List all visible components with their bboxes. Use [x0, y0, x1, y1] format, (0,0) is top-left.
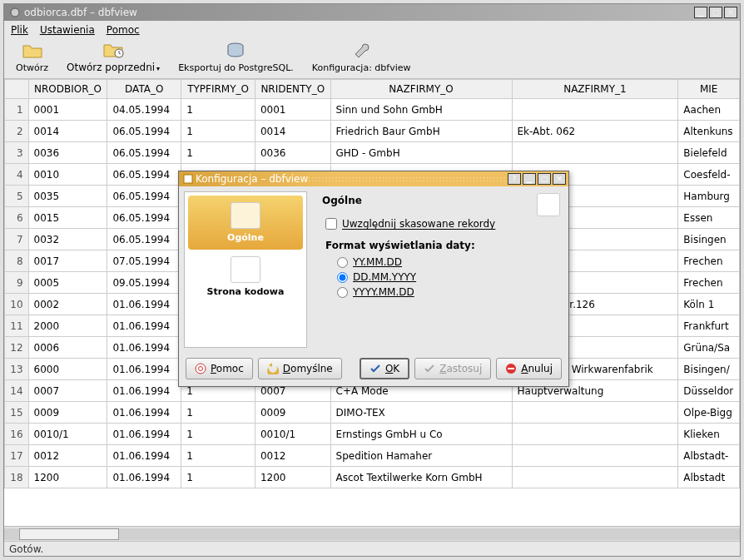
date-format-yyyymmdd-radio[interactable]: [337, 287, 348, 298]
minimize-button[interactable]: ▁: [694, 7, 707, 18]
date-format-ddmmyyyy-radio[interactable]: [337, 272, 348, 283]
cell[interactable]: 01.06.1994: [107, 294, 181, 315]
ok-button[interactable]: OK: [360, 358, 409, 379]
cell[interactable]: 06.05.1994: [107, 142, 181, 164]
cell[interactable]: Ernstings GmbH u Co: [330, 424, 512, 445]
cell[interactable]: [512, 142, 678, 164]
cell[interactable]: 06.05.1994: [107, 186, 181, 207]
cell[interactable]: 01.06.1994: [107, 467, 181, 488]
open-button[interactable]: Otwórz: [11, 37, 53, 75]
table-row[interactable]: 18120001.06.199411200Ascot Textilwerke K…: [5, 467, 740, 488]
cell[interactable]: Frankfurt: [678, 315, 740, 337]
cell[interactable]: Ek-Abt. 062: [512, 121, 678, 142]
column-header[interactable]: DATA_O: [107, 80, 181, 99]
sidebar-item-general[interactable]: Ogólne: [188, 196, 303, 250]
cell[interactable]: [512, 467, 678, 488]
table-row[interactable]: 3003606.05.199410036GHD - GmbHBielefeld: [5, 142, 740, 164]
cell[interactable]: DIMO-TEX: [330, 402, 512, 424]
cell[interactable]: 0006: [28, 337, 107, 359]
cell[interactable]: [512, 99, 678, 121]
cell[interactable]: Friedrich Baur GmbH: [330, 121, 512, 142]
column-header[interactable]: NRODBIOR_O: [28, 80, 107, 99]
cell[interactable]: [512, 402, 678, 424]
cell[interactable]: Frechen: [678, 250, 740, 272]
cell[interactable]: Coesfeld-: [678, 164, 740, 186]
cell[interactable]: Bisingen/: [678, 359, 740, 380]
cell[interactable]: 0001: [28, 99, 107, 121]
menu-help[interactable]: Pomoc: [107, 24, 140, 36]
cell[interactable]: Aachen: [678, 99, 740, 121]
cell[interactable]: 0036: [255, 142, 330, 164]
column-header[interactable]: NAZFIRMY_1: [512, 80, 678, 99]
table-row[interactable]: 2001406.05.199410014Friedrich Baur GmbHE…: [5, 121, 740, 142]
close-button[interactable]: ✕: [724, 7, 737, 18]
cell[interactable]: Köln 1: [678, 294, 740, 315]
cell[interactable]: 0012: [255, 445, 330, 467]
cell[interactable]: 0010/1: [255, 424, 330, 445]
date-format-yymmdd-radio[interactable]: [337, 257, 348, 268]
dialog-max-button[interactable]: ▢: [538, 173, 551, 185]
dialog-min-button[interactable]: ▁: [523, 173, 536, 185]
cell[interactable]: Essen: [678, 207, 740, 229]
cell[interactable]: [512, 424, 678, 445]
apply-button[interactable]: Zastosuj: [414, 358, 491, 379]
cell[interactable]: 06.05.1994: [107, 229, 181, 250]
cell[interactable]: Albstadt-: [678, 445, 740, 467]
cell[interactable]: 1: [181, 99, 255, 121]
cell[interactable]: Hamburg: [678, 186, 740, 207]
cell[interactable]: 1: [181, 121, 255, 142]
table-row[interactable]: 15000901.06.199410009DIMO-TEXOlpe-Bigg: [5, 402, 740, 424]
cell[interactable]: 1: [181, 402, 255, 424]
cell[interactable]: 1200: [28, 467, 107, 488]
cell[interactable]: 0014: [28, 121, 107, 142]
scrollbar-thumb[interactable]: [19, 528, 119, 540]
defaults-button[interactable]: Domyślne: [258, 358, 342, 379]
cell[interactable]: 01.06.1994: [107, 315, 181, 337]
maximize-button[interactable]: ▢: [709, 7, 722, 18]
column-header[interactable]: MIE: [678, 80, 740, 99]
cell[interactable]: Sinn und Sohn GmbH: [330, 99, 512, 121]
open-previous-button[interactable]: Otwórz poprzedni▾: [62, 37, 165, 75]
cell[interactable]: 0012: [28, 445, 107, 467]
cell[interactable]: Albstadt: [678, 467, 740, 488]
cell[interactable]: 01.06.1994: [107, 380, 181, 402]
cell[interactable]: 1: [181, 467, 255, 488]
cell[interactable]: [512, 445, 678, 467]
column-header[interactable]: NRIDENTY_O: [255, 80, 330, 99]
cell[interactable]: 0009: [28, 402, 107, 424]
config-button[interactable]: Konfiguracja: dbfview: [307, 37, 416, 75]
cell[interactable]: 06.05.1994: [107, 121, 181, 142]
cell[interactable]: Spedition Hamaher: [330, 445, 512, 467]
column-header[interactable]: NAZFIRMY_O: [330, 80, 512, 99]
cell[interactable]: 2000: [28, 315, 107, 337]
cell[interactable]: 07.05.1994: [107, 250, 181, 272]
cell[interactable]: Olpe-Bigg: [678, 402, 740, 424]
cell[interactable]: 01.06.1994: [107, 445, 181, 467]
cell[interactable]: Frechen: [678, 272, 740, 294]
cell[interactable]: 1200: [255, 467, 330, 488]
cell[interactable]: 0017: [28, 250, 107, 272]
cell[interactable]: 0007: [28, 380, 107, 402]
include-deleted-checkbox[interactable]: [325, 218, 337, 230]
cell[interactable]: Düsseldor: [678, 380, 740, 402]
cell[interactable]: Bielefeld: [678, 142, 740, 164]
cell[interactable]: 0010/1: [28, 424, 107, 445]
cell[interactable]: Bisingen: [678, 229, 740, 250]
sidebar-item-codepage[interactable]: Strona kodowa: [188, 250, 303, 304]
cell[interactable]: 0002: [28, 294, 107, 315]
cell[interactable]: 6000: [28, 359, 107, 380]
cell[interactable]: 06.05.1994: [107, 164, 181, 186]
cell[interactable]: 01.06.1994: [107, 359, 181, 380]
cell[interactable]: Klieken: [678, 424, 740, 445]
cell[interactable]: GHD - GmbH: [330, 142, 512, 164]
table-row[interactable]: 17001201.06.199410012Spedition HamaherAl…: [5, 445, 740, 467]
cell[interactable]: 1: [181, 424, 255, 445]
table-row[interactable]: 1000104.05.199410001Sinn und Sohn GmbHAa…: [5, 99, 740, 121]
cell[interactable]: Ascot Textilwerke Korn GmbH: [330, 467, 512, 488]
cell[interactable]: 0010: [28, 164, 107, 186]
dialog-close-button[interactable]: ✕: [553, 173, 566, 185]
help-button[interactable]: Pomoc: [186, 358, 253, 379]
cancel-button[interactable]: Anuluj: [496, 358, 562, 379]
cell[interactable]: 01.06.1994: [107, 424, 181, 445]
cell[interactable]: 1: [181, 142, 255, 164]
